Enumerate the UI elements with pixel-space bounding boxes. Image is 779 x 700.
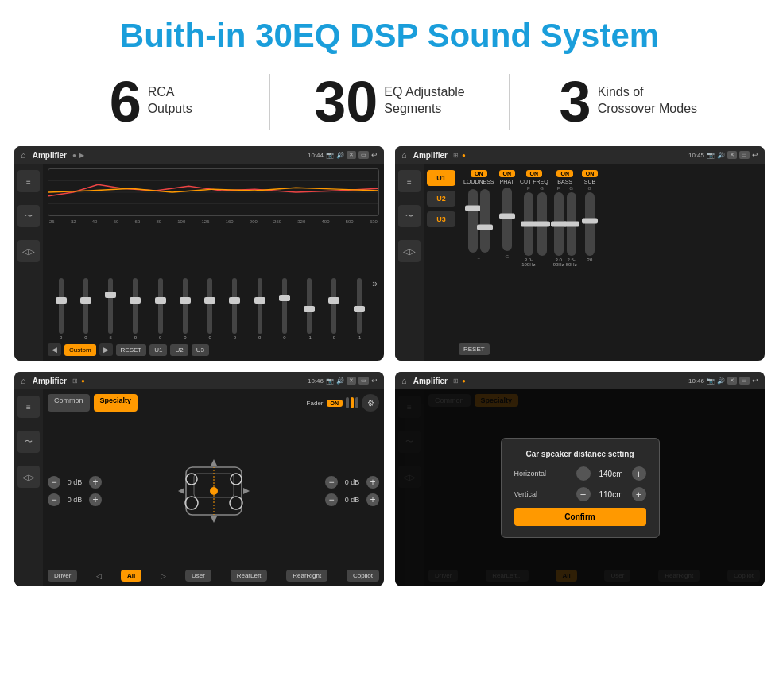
vol2-minus[interactable]: − [48,493,60,506]
stats-row: 6 RCA Outputs 30 EQ Adjustable Segments … [0,65,779,143]
horizontal-row: Horizontal − 140cm + [514,466,646,481]
eq-u2-btn[interactable]: U2 [170,344,188,356]
loudness-slider2[interactable] [480,189,490,253]
horizontal-value: 140cm [594,470,629,478]
status-icons-3: 10:46 📷 🔊 ✕ ▭ ↩ [308,377,378,385]
screen3-back: ↩ [371,377,378,385]
vol4-plus[interactable]: + [366,493,379,506]
eq-slider-8: 0 [248,278,271,340]
vol4-minus[interactable]: − [325,493,338,506]
horizontal-plus[interactable]: + [632,466,646,481]
eq-reset-btn[interactable]: RESET [116,344,147,356]
screen1-time: 10:44 [308,152,324,159]
vol2-plus[interactable]: + [89,493,102,506]
cs-vol-btn[interactable]: ◁▷ [17,466,40,488]
cs-tabs: Common Specialty Fader ON ⚙ [48,394,379,412]
screen3-cam: 📷 [326,377,334,385]
stat-eq: 30 EQ Adjustable Segments [286,73,492,130]
vertical-row: Vertical − 110cm + [514,487,646,501]
svg-point-9 [210,487,218,495]
home-icon: ⌂ [21,150,26,160]
driver-btn[interactable]: Driver [48,570,77,582]
vol-row-4: − 0 dB + [325,493,379,506]
bottom-btns: Driver ◁ All ▷ User RearLeft RearRight C… [48,570,379,582]
bass-f-slider[interactable] [554,192,564,256]
dialog-title: Car speaker distance setting [514,450,646,458]
bass-g-slider[interactable] [567,192,576,256]
stat-eq-number: 30 [314,73,378,130]
loudness-control: ON LOUDNESS ~ [463,170,494,261]
eq-u3-btn[interactable]: U3 [192,344,209,356]
bass-control: ON BASS F 3.0 90Hz [553,170,577,267]
vertical-label: Vertical [514,490,538,498]
eq-slider-5: 0 [173,278,196,340]
vertical-plus[interactable]: + [632,487,646,501]
eq-slider-4: 0 [149,278,172,340]
amp2-filter-btn[interactable]: ≡ [398,170,421,192]
u3-btn[interactable]: U3 [427,211,455,227]
screen-amp-u: ⌂ Amplifier ⊞ ● 10:45 📷 🔊 ✕ ▭ ↩ ≡ 〜 ◁▷ [395,146,765,361]
screen2-back: ↩ [752,151,758,159]
tab-specialty[interactable]: Specialty [94,394,138,412]
amp2-vol-btn[interactable]: ◁▷ [398,240,421,262]
u1-btn[interactable]: U1 [427,170,455,186]
cutfreq-g-slider[interactable] [537,192,547,256]
screen-eq: ⌂ Amplifier ● ▶ 10:44 📷 🔊 ✕ ▭ ↩ ≡ 〜 ◁▷ [14,146,384,361]
screen4-x: ✕ [727,377,737,385]
user-btn[interactable]: User [185,570,211,582]
screen4-title: Amplifier [413,377,448,385]
loudness-slider1[interactable] [468,189,478,253]
vol3-plus[interactable]: + [366,476,379,489]
vol3-minus[interactable]: − [325,476,338,489]
settings-icon[interactable]: ⚙ [362,394,379,412]
vol1-plus[interactable]: + [89,476,102,489]
rearleft-btn[interactable]: RearLeft [231,570,268,582]
phat-on[interactable]: ON [499,170,516,177]
cs-wave-btn[interactable]: 〜 [17,431,40,453]
amp-u-content: ≡ 〜 ◁▷ U1 U2 U3 ON LOUDNESS [395,164,765,361]
status-bar-3: ⌂ Amplifier ⊞ ● 10:46 📷 🔊 ✕ ▭ ↩ [14,372,384,389]
amp2-reset-btn[interactable]: RESET [459,340,490,354]
eq-prev-btn[interactable]: ◀ [48,343,61,356]
fader-on[interactable]: ON [327,400,343,407]
vertical-minus[interactable]: − [576,487,591,501]
copilot-btn[interactable]: Copilot [347,570,379,582]
confirm-button[interactable]: Confirm [514,508,646,526]
phat-slider[interactable] [502,188,512,251]
tab-common[interactable]: Common [48,394,90,412]
screen3-dot: ● [81,377,85,385]
screen4-vol: 🔊 [717,377,725,385]
all-btn[interactable]: All [121,570,141,582]
horizontal-minus[interactable]: − [576,466,591,481]
amp2-wave-btn[interactable]: 〜 [398,205,421,227]
cutfreq-on[interactable]: ON [526,170,543,177]
eq-filter-btn[interactable]: ≡ [17,170,40,192]
eq-vol-btn[interactable]: ◁▷ [17,240,40,262]
loudness-on[interactable]: ON [471,170,487,177]
eq-wave-btn[interactable]: 〜 [17,205,40,227]
screen3-rect: ▭ [358,377,369,385]
eq-next-btn[interactable]: ▶ [99,343,113,356]
phat-control: ON PHAT G [499,170,516,259]
stat-divider-2 [509,74,510,130]
sub-on[interactable]: ON [582,170,599,177]
cs-sidebar: ≡ 〜 ◁▷ [14,389,43,586]
screen1-back: ↩ [371,151,378,159]
sub-g-slider[interactable] [585,192,595,256]
cs-filter-btn[interactable]: ≡ [17,396,40,418]
eq-custom-btn[interactable]: Custom [64,344,96,356]
cs-content: ≡ 〜 ◁▷ Common Specialty Fader ON [14,389,384,586]
eq-arrows-icon: » [372,278,378,289]
vol1-minus[interactable]: − [48,476,60,489]
bass-on[interactable]: ON [556,170,573,177]
eq-u1-btn[interactable]: U1 [149,344,167,356]
stat-crossover: 3 Kinds of Crossover Modes [525,73,731,130]
fader-label: Fader [307,400,324,407]
rearright-btn[interactable]: RearRight [286,570,327,582]
u2-btn[interactable]: U2 [427,191,455,207]
status-icons-4: 10:46 📷 🔊 ✕ ▭ ↩ [688,377,758,385]
status-bar-1: ⌂ Amplifier ● ▶ 10:44 📷 🔊 ✕ ▭ ↩ [14,146,384,164]
screens-grid: ⌂ Amplifier ● ▶ 10:44 📷 🔊 ✕ ▭ ↩ ≡ 〜 ◁▷ [0,146,779,586]
cutfreq-f-slider[interactable] [524,192,533,256]
screen1-title: Amplifier [33,151,67,160]
